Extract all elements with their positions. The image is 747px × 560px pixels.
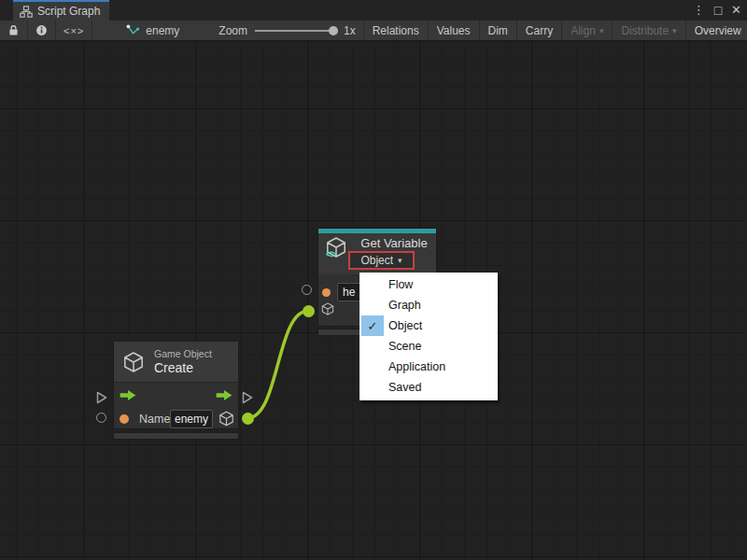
- variable-scope-dropdown[interactable]: Object ▾: [348, 251, 415, 270]
- menu-item-application[interactable]: Application: [359, 357, 498, 377]
- check-cell: [361, 295, 384, 315]
- scope-value: Object: [360, 254, 393, 267]
- scope-context-menu: Flow Graph ✓ Object Scene Application Sa…: [359, 273, 498, 400]
- window-controls: ⋮ □ ✕: [693, 0, 741, 21]
- object-input-port-connected[interactable]: [303, 305, 315, 317]
- script-graph-window: Script Graph ⋮ □ ✕: [0, 0, 747, 560]
- code-badge-icon: <>: [326, 248, 336, 259]
- relations-button[interactable]: Relations: [363, 21, 428, 40]
- name-input-port[interactable]: [96, 413, 106, 423]
- carry-button[interactable]: Carry: [516, 21, 561, 40]
- lock-icon: [7, 24, 20, 36]
- flow-input-port[interactable]: [96, 391, 107, 404]
- graph-ref-label: enemy: [146, 24, 179, 37]
- check-cell: [361, 357, 384, 377]
- menu-item-graph[interactable]: Graph: [359, 295, 498, 315]
- code-preview-button[interactable]: <×>: [56, 21, 92, 40]
- check-cell: [361, 336, 384, 357]
- dim-button[interactable]: Dim: [479, 21, 516, 40]
- string-port-dot: [120, 414, 129, 424]
- check-cell: [361, 274, 384, 295]
- tab-title: Script Graph: [37, 5, 100, 18]
- check-icon: ✓: [361, 315, 384, 336]
- info-icon: [35, 24, 48, 36]
- graph-canvas[interactable]: <> Get Variable Object ▾: [0, 41, 747, 560]
- distribute-button: Distribute ▾: [612, 21, 684, 40]
- code-icon: <×>: [63, 25, 84, 36]
- title-bar: Script Graph ⋮ □ ✕: [0, 0, 747, 21]
- zoom-slider-thumb[interactable]: [329, 26, 338, 35]
- menu-item-scene[interactable]: Scene: [359, 336, 498, 357]
- info-button[interactable]: [28, 21, 56, 40]
- menu-item-object[interactable]: ✓ Object: [359, 315, 498, 336]
- flow-in-arrow-icon: [119, 389, 137, 401]
- node-title: Create: [154, 360, 193, 375]
- node-category: Game Object: [154, 348, 212, 359]
- name-input-port[interactable]: [302, 285, 312, 295]
- zoom-control: Zoom 1x: [211, 21, 362, 40]
- game-object-create-node[interactable]: Game Object Create Name: [113, 341, 239, 429]
- overview-button[interactable]: Overview: [685, 21, 747, 40]
- cube-icon: [121, 350, 146, 374]
- chevron-down-icon: ▾: [672, 26, 677, 35]
- menu-item-flow[interactable]: Flow: [359, 274, 498, 295]
- name-port-label: Name: [139, 413, 170, 426]
- toolbar-buttons: Relations Values Dim Carry Align ▾ Distr…: [363, 21, 747, 40]
- flow-out-arrow-icon: [215, 389, 233, 401]
- menu-item-saved[interactable]: Saved: [359, 377, 498, 398]
- align-button: Align ▾: [561, 21, 612, 40]
- window-menu-icon[interactable]: ⋮: [693, 0, 705, 21]
- values-button[interactable]: Values: [428, 21, 479, 40]
- value-output-port-connected[interactable]: [242, 413, 254, 425]
- name-value-input[interactable]: [170, 410, 213, 428]
- string-port-dot: [322, 288, 331, 297]
- graph-hierarchy-icon: [20, 6, 33, 18]
- flow-output-port[interactable]: [242, 391, 253, 404]
- create-node-footer: [113, 432, 239, 440]
- cube-icon: [218, 410, 235, 427]
- node-title: Get Variable: [354, 236, 434, 250]
- lock-button[interactable]: [0, 21, 28, 40]
- zoom-label: Zoom: [218, 24, 247, 37]
- chevron-down-icon: ▾: [398, 256, 402, 265]
- zoom-value: 1x: [344, 24, 356, 37]
- check-cell: [361, 377, 384, 398]
- chevron-down-icon: ▾: [599, 26, 604, 35]
- graph-toolbar: <×> enemy Zoom 1x Relations: [0, 21, 747, 41]
- maximize-icon[interactable]: □: [714, 0, 722, 21]
- tab-script-graph[interactable]: Script Graph: [13, 0, 109, 21]
- zoom-slider[interactable]: [255, 30, 335, 32]
- cube-icon: [320, 301, 335, 316]
- close-icon[interactable]: ✕: [731, 0, 741, 21]
- graph-reference[interactable]: enemy: [119, 21, 187, 40]
- graph-ref-icon: [126, 24, 140, 36]
